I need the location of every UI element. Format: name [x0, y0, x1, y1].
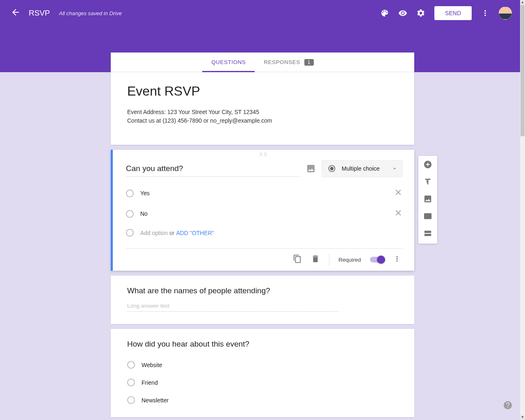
more-vert-icon	[393, 255, 401, 263]
add-option-placeholder[interactable]: Add option	[140, 230, 168, 236]
or-text: or	[169, 230, 174, 236]
form-editor: QUESTIONS RESPONSES 1 Event RSVP Event A…	[111, 52, 414, 417]
more-button[interactable]	[481, 9, 490, 18]
doc-title[interactable]: RSVP	[29, 9, 50, 18]
question-title-input[interactable]	[126, 161, 300, 177]
form-desc-line: Contact us at (123) 456-7890 or no_reply…	[127, 116, 398, 125]
option-text[interactable]: Yes	[140, 190, 150, 196]
add-question-button[interactable]	[423, 160, 432, 171]
divider	[329, 253, 329, 266]
option-row: Website	[127, 356, 398, 374]
option-text: Newsletter	[142, 397, 169, 404]
topbar-actions: SEND	[380, 6, 512, 20]
gear-icon	[416, 9, 425, 18]
option-row: Friend	[127, 374, 398, 391]
responses-count-badge: 1	[304, 59, 314, 66]
radio-outline-icon	[126, 229, 134, 237]
vertical-scrollbar[interactable]: ▲ ▼	[520, 0, 525, 420]
tab-questions-label: QUESTIONS	[211, 59, 246, 65]
save-status: All changes saved in Drive	[59, 10, 122, 16]
add-title-button[interactable]	[423, 177, 432, 188]
option-text: Friend	[142, 379, 158, 386]
add-video-button[interactable]	[423, 212, 432, 222]
arrow-left-icon	[11, 7, 21, 17]
drag-handle[interactable]: ⠿⠿	[113, 150, 414, 158]
duplicate-button[interactable]	[293, 254, 302, 265]
radio-outline-icon	[126, 210, 134, 218]
plus-circle-icon	[423, 160, 432, 169]
remove-option-button[interactable]	[394, 208, 403, 219]
add-image-button[interactable]	[423, 194, 432, 205]
image-icon	[306, 164, 316, 173]
option-text: Website	[142, 362, 162, 368]
send-button[interactable]: SEND	[434, 6, 472, 20]
help-icon	[503, 400, 513, 410]
help-button[interactable]	[503, 400, 513, 412]
topbar: RSVP All changes saved in Drive SEND	[0, 0, 520, 26]
radio-outline-icon	[127, 379, 135, 386]
remove-option-button[interactable]	[394, 188, 403, 199]
form-description[interactable]: Event Address: 123 Your Street Your City…	[127, 108, 398, 125]
side-toolbar	[418, 156, 437, 244]
close-icon	[394, 208, 403, 217]
question-card-3[interactable]: How did you hear about this event? Websi…	[111, 329, 414, 417]
scroll-down-arrow[interactable]: ▼	[520, 415, 525, 420]
form-desc-line: Event Address: 123 Your Street Your City…	[127, 108, 398, 116]
question-more-button[interactable]	[393, 255, 401, 265]
form-tabs: QUESTIONS RESPONSES 1	[111, 52, 414, 72]
chevron-down-icon	[391, 165, 398, 172]
radio-outline-icon	[126, 189, 134, 197]
form-header-section[interactable]: Event RSVP Event Address: 123 Your Stree…	[111, 72, 414, 145]
radio-outline-icon	[127, 361, 135, 369]
video-icon	[423, 212, 432, 221]
option-row: Newsletter	[127, 391, 398, 409]
close-icon	[394, 188, 403, 197]
question-footer: Required	[126, 248, 403, 271]
option-text[interactable]: No	[140, 210, 148, 217]
section-icon	[423, 229, 432, 238]
required-label: Required	[338, 257, 361, 263]
preview-button[interactable]	[398, 9, 407, 18]
tab-responses[interactable]: RESPONSES 1	[255, 52, 323, 72]
text-icon	[423, 177, 432, 186]
question-title: What are the names of people attending?	[127, 286, 398, 295]
add-image-button[interactable]	[306, 164, 316, 173]
eye-icon	[398, 9, 407, 18]
palette-icon	[380, 9, 389, 18]
tab-responses-label: RESPONSES	[264, 59, 300, 65]
image-icon	[423, 194, 432, 203]
copy-icon	[293, 254, 302, 263]
required-toggle[interactable]	[370, 257, 384, 262]
theme-button[interactable]	[380, 9, 389, 18]
delete-button[interactable]	[311, 254, 320, 265]
scroll-up-arrow[interactable]: ▲	[520, 0, 525, 5]
more-vert-icon	[481, 9, 490, 18]
scroll-thumb[interactable]	[520, 5, 525, 136]
account-avatar[interactable]	[499, 7, 512, 20]
radio-icon	[328, 164, 336, 173]
radio-outline-icon	[127, 396, 135, 404]
back-button[interactable]	[8, 5, 23, 21]
form-card: QUESTIONS RESPONSES 1 Event RSVP Event A…	[111, 52, 414, 145]
trash-icon	[311, 254, 320, 263]
add-option-row[interactable]: Add option or ADD "OTHER"	[126, 224, 403, 242]
add-section-button[interactable]	[423, 229, 432, 240]
question-title: How did you hear about this event?	[127, 340, 398, 349]
question-card-1[interactable]: ⠿⠿ Multiple choice Yes	[111, 150, 414, 271]
add-other-button[interactable]: ADD "OTHER"	[176, 230, 214, 236]
tab-questions[interactable]: QUESTIONS	[202, 52, 255, 72]
type-select-label: Multiple choice	[342, 165, 380, 172]
form-title[interactable]: Event RSVP	[127, 84, 398, 99]
question-card-2[interactable]: What are the names of people attending? …	[111, 276, 414, 324]
question-type-select[interactable]: Multiple choice	[322, 160, 403, 177]
settings-button[interactable]	[416, 9, 425, 18]
long-answer-placeholder: Long answer text	[127, 303, 338, 312]
option-row[interactable]: Yes	[126, 183, 403, 203]
option-row[interactable]: No	[126, 203, 403, 224]
